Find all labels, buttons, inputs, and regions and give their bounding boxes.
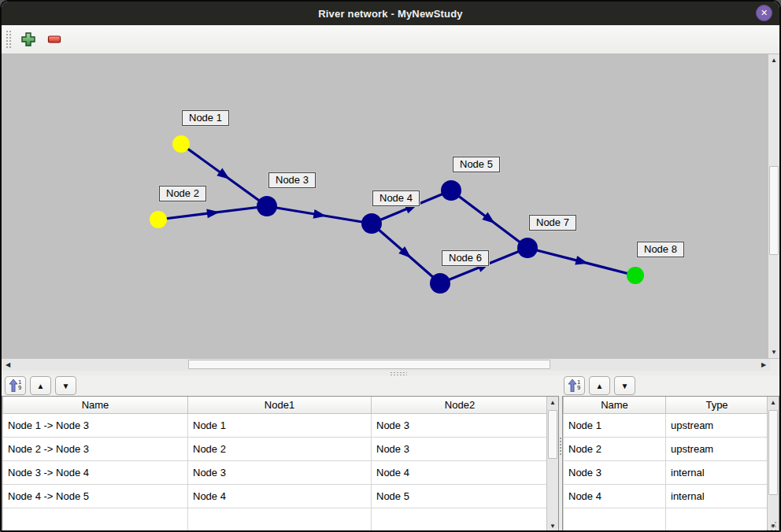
resize-grip-icon[interactable] bbox=[765, 522, 776, 531]
table-row[interactable]: Node 2 -> Node 3Node 2Node 3 bbox=[3, 437, 547, 460]
column-header[interactable]: Node1 bbox=[188, 397, 372, 413]
canvas-horizontal-scrollbar[interactable]: ◀ ▶ bbox=[2, 358, 779, 371]
table-cell[interactable]: Node 3 bbox=[372, 437, 547, 460]
scroll-down-icon[interactable]: ▼ bbox=[547, 520, 558, 532]
river-network-window: River network - MyNewStudy ✕ bbox=[0, 0, 781, 532]
table-cell[interactable] bbox=[372, 508, 547, 531]
node-label-node8[interactable]: Node 8 bbox=[637, 242, 684, 257]
table-toolbars: 19 ▲ ▼ 19 ▲ ▼ bbox=[2, 375, 779, 396]
table-cell[interactable]: Node 1 bbox=[564, 413, 666, 437]
node-node3[interactable] bbox=[257, 196, 277, 216]
table-row[interactable]: Node 1 -> Node 3Node 1Node 3 bbox=[3, 413, 547, 437]
table-cell[interactable]: Node 4 bbox=[372, 460, 547, 484]
network-canvas[interactable]: Node 1Node 2Node 3Node 4Node 5Node 6Node… bbox=[2, 54, 768, 358]
scroll-up-icon[interactable]: ▲ bbox=[547, 397, 558, 408]
table-cell[interactable] bbox=[3, 508, 188, 531]
canvas-row: Node 1Node 2Node 3Node 4Node 5Node 6Node… bbox=[2, 54, 779, 358]
table-cell[interactable]: upstream bbox=[666, 437, 768, 460]
table-row[interactable]: Node 3 -> Node 4Node 3Node 4 bbox=[3, 460, 547, 484]
table-cell[interactable] bbox=[564, 508, 666, 531]
links-scroll-thumb[interactable] bbox=[548, 410, 557, 459]
table-cell[interactable]: Node 4 bbox=[564, 484, 666, 508]
scroll-down-icon[interactable]: ▼ bbox=[768, 346, 779, 358]
nodes-table-scrollbar[interactable]: ▲ ▼ bbox=[767, 397, 779, 532]
table-row[interactable]: Node 4internal bbox=[564, 484, 768, 508]
table-row[interactable]: Node 4 -> Node 5Node 4Node 5 bbox=[3, 484, 547, 508]
scrollbar-corner bbox=[770, 359, 779, 371]
node-node7[interactable] bbox=[517, 238, 538, 258]
node-label-node7[interactable]: Node 7 bbox=[529, 215, 576, 231]
links-table-body: Node 1 -> Node 3Node 1Node 3Node 2 -> No… bbox=[3, 413, 547, 531]
column-header[interactable]: Name bbox=[3, 397, 188, 413]
titlebar[interactable]: River network - MyNewStudy ✕ bbox=[2, 2, 779, 25]
vertical-splitter[interactable] bbox=[559, 396, 562, 532]
main-toolbar bbox=[2, 25, 779, 54]
scroll-up-icon[interactable]: ▲ bbox=[768, 54, 779, 66]
links-table-toolbar: 19 ▲ ▼ bbox=[5, 376, 80, 395]
table-cell[interactable] bbox=[188, 508, 372, 531]
table-row[interactable]: Node 1upstream bbox=[564, 413, 768, 437]
scroll-up-icon[interactable]: ▲ bbox=[768, 397, 779, 408]
table-cell[interactable]: Node 1 bbox=[188, 413, 372, 437]
table-cell[interactable]: upstream bbox=[666, 413, 768, 437]
links-table-scrollbar[interactable]: ▲ ▼ bbox=[546, 397, 558, 532]
table-cell[interactable]: Node 4 bbox=[188, 484, 372, 508]
table-row[interactable]: Node 2upstream bbox=[564, 437, 768, 460]
nodes-table-grid: NameType Node 1upstreamNode 2upstreamNod… bbox=[563, 397, 767, 532]
node-label-node1[interactable]: Node 1 bbox=[182, 110, 229, 126]
table-cell[interactable]: Node 4 -> Node 5 bbox=[3, 484, 188, 508]
table-cell[interactable]: Node 2 bbox=[188, 437, 372, 460]
node-label-node4[interactable]: Node 4 bbox=[372, 190, 420, 206]
table-cell[interactable]: Node 3 bbox=[188, 460, 372, 484]
table-cell[interactable]: Node 1 -> Node 3 bbox=[3, 413, 188, 437]
remove-button[interactable] bbox=[44, 29, 65, 50]
table-cell[interactable]: internal bbox=[666, 460, 768, 484]
node-label-node2[interactable]: Node 2 bbox=[159, 186, 206, 201]
node-label-node3[interactable]: Node 3 bbox=[268, 172, 316, 188]
table-cell[interactable]: Node 5 bbox=[372, 484, 547, 508]
node-node1[interactable] bbox=[172, 135, 190, 153]
node-node5[interactable] bbox=[441, 180, 461, 201]
tables-row: NameNode1Node2 Node 1 -> Node 3Node 1Nod… bbox=[2, 396, 779, 532]
node-label-node5[interactable]: Node 5 bbox=[453, 157, 500, 172]
horizontal-scroll-thumb[interactable] bbox=[188, 360, 550, 369]
links-sort-button[interactable]: 19 bbox=[5, 376, 26, 395]
node-node2[interactable] bbox=[150, 211, 167, 228]
nodes-scroll-thumb[interactable] bbox=[768, 410, 778, 495]
table-cell[interactable]: Node 2 -> Node 3 bbox=[3, 437, 188, 460]
table-cell[interactable]: Node 3 bbox=[564, 460, 666, 484]
nodes-table-toolbar: 19 ▲ ▼ bbox=[564, 376, 639, 395]
nodes-table-body: Node 1upstreamNode 2upstreamNode 3intern… bbox=[564, 413, 768, 531]
table-cell[interactable]: Node 3 -> Node 4 bbox=[3, 460, 188, 484]
table-cell[interactable]: internal bbox=[666, 484, 768, 508]
links-move-up-button[interactable]: ▲ bbox=[30, 376, 51, 395]
node-node6[interactable] bbox=[430, 273, 450, 294]
table-cell[interactable] bbox=[666, 508, 768, 531]
toolbar-drag-handle[interactable] bbox=[6, 30, 12, 49]
node-node8[interactable] bbox=[627, 267, 644, 284]
nodes-move-down-button[interactable]: ▼ bbox=[614, 376, 635, 395]
node-label-node6[interactable]: Node 6 bbox=[442, 250, 489, 266]
table-row[interactable] bbox=[3, 508, 547, 531]
table-cell[interactable]: Node 3 bbox=[372, 413, 547, 437]
table-row[interactable]: Node 3internal bbox=[564, 460, 768, 484]
scroll-right-icon[interactable]: ▶ bbox=[757, 359, 770, 371]
add-button[interactable] bbox=[18, 29, 39, 50]
network-svg bbox=[2, 54, 768, 358]
table-row[interactable] bbox=[564, 508, 768, 531]
links-table-header: NameNode1Node2 bbox=[3, 397, 547, 413]
scroll-left-icon[interactable]: ◀ bbox=[2, 359, 14, 371]
column-header[interactable]: Type bbox=[666, 397, 768, 413]
nodes-move-up-button[interactable]: ▲ bbox=[589, 376, 610, 395]
down-triangle-icon: ▼ bbox=[62, 382, 70, 390]
close-icon[interactable]: ✕ bbox=[756, 5, 772, 21]
table-cell[interactable]: Node 2 bbox=[564, 437, 666, 460]
vertical-scroll-thumb[interactable] bbox=[769, 166, 779, 255]
links-move-down-button[interactable]: ▼ bbox=[55, 376, 76, 395]
node-node4[interactable] bbox=[361, 213, 382, 234]
column-header[interactable]: Name bbox=[564, 397, 666, 413]
column-header[interactable]: Node2 bbox=[372, 397, 547, 413]
sort-ascending-icon: 19 bbox=[568, 379, 580, 392]
canvas-vertical-scrollbar[interactable]: ▲ ▼ bbox=[768, 54, 779, 358]
nodes-sort-button[interactable]: 19 bbox=[564, 376, 585, 395]
